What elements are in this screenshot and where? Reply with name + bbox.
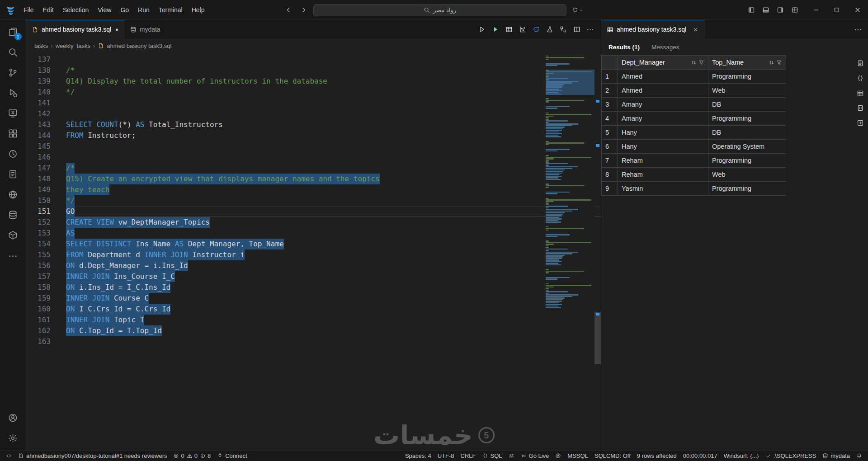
code-line[interactable] (66, 54, 601, 65)
activity-history[interactable] (2, 144, 24, 164)
execute-button[interactable] (489, 23, 501, 36)
table-cell[interactable]: Web (708, 168, 786, 182)
table-cell[interactable]: Programming (708, 70, 786, 84)
status-sqlcmd[interactable]: SQLCMD: Off (591, 451, 634, 461)
line-number[interactable]: 161 (26, 315, 51, 325)
row-number[interactable]: 5 (602, 126, 618, 140)
row-number[interactable]: 1 (602, 70, 618, 84)
line-number[interactable]: 137 (26, 54, 51, 65)
activity-settings[interactable] (2, 428, 24, 448)
table-cell[interactable]: Programming (708, 182, 786, 196)
activity-account[interactable] (2, 408, 24, 428)
code-line[interactable] (66, 98, 601, 108)
code-line[interactable]: FROM Instructor; (66, 130, 601, 141)
menu-file[interactable]: File (19, 4, 38, 16)
line-number[interactable]: 156 (26, 260, 51, 271)
table-cell[interactable]: Ahmed (618, 84, 708, 98)
status-server[interactable]: .\SQLEXPRESS (762, 451, 820, 461)
code-line[interactable]: SELECT COUNT(*) AS Total_Instructors (66, 119, 601, 130)
maximize-button[interactable] (826, 0, 847, 20)
row-number[interactable]: 7 (602, 154, 618, 168)
table-cell[interactable]: Hany (618, 126, 708, 140)
line-number[interactable]: 154 (26, 239, 51, 249)
line-number[interactable]: 158 (26, 282, 51, 293)
row-number[interactable]: 2 (602, 84, 618, 98)
activity-storage[interactable] (2, 225, 24, 245)
code-line[interactable]: INNER JOIN Ins_Course I_C (66, 271, 601, 282)
more-actions-button[interactable]: ⋯ (848, 20, 868, 39)
save-csv-button[interactable] (857, 60, 864, 67)
layout-sidebar-right-button[interactable] (774, 4, 787, 16)
line-number[interactable]: 139 (26, 76, 51, 87)
activity-database[interactable] (2, 205, 24, 225)
save-xml-button[interactable] (857, 104, 864, 112)
line-number[interactable]: 145 (26, 141, 51, 152)
line-number[interactable]: 163 (26, 336, 51, 347)
customize-layout-button[interactable] (788, 4, 801, 16)
tab-results-file[interactable]: ahmed basiony task3.sql (601, 20, 705, 39)
table-cell[interactable]: Ahmed (618, 70, 708, 84)
status-connect[interactable]: Connect (214, 451, 250, 461)
close-button[interactable] (847, 0, 868, 20)
table-cell[interactable]: Reham (618, 168, 708, 182)
activity-notebook[interactable] (2, 164, 24, 184)
code-line[interactable] (66, 141, 601, 152)
line-number[interactable]: 148 (26, 174, 51, 184)
editor-scrollbar[interactable] (594, 52, 601, 450)
line-number[interactable]: 142 (26, 108, 51, 119)
status-organization[interactable] (505, 451, 518, 461)
line-number[interactable]: 149 (26, 184, 51, 195)
column-header-top-name[interactable]: Top_Name (708, 56, 786, 70)
menu-help[interactable]: Help (187, 4, 209, 16)
line-number[interactable]: 138 (26, 65, 51, 76)
minimap[interactable] (546, 52, 594, 450)
status-pull-request[interactable]: ahmedbasiony007/desktop-tutorial#1 needs… (15, 451, 170, 461)
activity-explorer[interactable]: 1 (2, 22, 24, 42)
status-remote[interactable] (3, 451, 15, 461)
line-number[interactable]: 151 (26, 206, 51, 217)
status-database[interactable]: mydata (819, 451, 853, 461)
code-line[interactable]: Q14) Display the total number of instruc… (66, 76, 601, 87)
code-line[interactable]: AS (66, 228, 601, 239)
code-line[interactable] (66, 336, 601, 347)
code-line[interactable]: GO (66, 206, 601, 217)
code-line[interactable] (66, 152, 601, 163)
back-button[interactable] (283, 4, 294, 16)
line-number[interactable]: 143 (26, 119, 51, 130)
view-tab-results-1[interactable]: Results (1) (609, 44, 640, 51)
breadcrumb-item[interactable]: weekly_tasks (56, 42, 90, 49)
view-tab-messages[interactable]: Messages (651, 44, 679, 51)
activity-source-control[interactable] (2, 62, 24, 83)
code-line[interactable]: ON C.Top_Id = T.Top_Id (66, 325, 601, 336)
code-line[interactable]: FROM Department d INNER JOIN Instructor … (66, 249, 601, 260)
status-windsurf[interactable]: Windsurf: {...} (721, 451, 762, 461)
line-number[interactable]: 159 (26, 293, 51, 304)
close-icon[interactable] (692, 26, 699, 33)
activity-extensions[interactable] (2, 123, 24, 144)
line-number[interactable]: 144 (26, 130, 51, 141)
status-account-status[interactable] (552, 451, 564, 461)
table-cell[interactable]: Operating System (708, 140, 786, 154)
table-cell[interactable]: Hany (618, 140, 708, 154)
parse-button[interactable] (543, 23, 556, 36)
split-editor-button[interactable] (571, 23, 583, 36)
activity-search[interactable] (2, 42, 24, 62)
table-cell[interactable]: Reham (618, 154, 708, 168)
gutter[interactable]: 1371381391401411421431441451461471481491… (26, 52, 51, 450)
table-cell[interactable]: Amany (618, 112, 708, 126)
search-box[interactable]: رواد مصر (313, 4, 566, 16)
status-eol[interactable]: CRLF (458, 451, 479, 461)
table-cell[interactable]: Yasmin (618, 182, 708, 196)
status-language[interactable]: SQL (479, 451, 505, 461)
table-cell[interactable]: DB (708, 126, 786, 140)
activity-browser[interactable] (2, 184, 24, 205)
save-json-button[interactable] (857, 75, 864, 82)
status-problems[interactable]: 008 (170, 451, 214, 461)
line-number[interactable]: 141 (26, 98, 51, 108)
menu-go[interactable]: Go (116, 4, 133, 16)
code-line[interactable]: /* (66, 65, 601, 76)
status-indent[interactable]: Spaces: 4 (402, 451, 434, 461)
row-number[interactable]: 9 (602, 182, 618, 196)
code-lines[interactable]: /*Q14) Display the total number of instr… (51, 52, 601, 450)
tab-mydata[interactable]: mydata (124, 20, 166, 39)
